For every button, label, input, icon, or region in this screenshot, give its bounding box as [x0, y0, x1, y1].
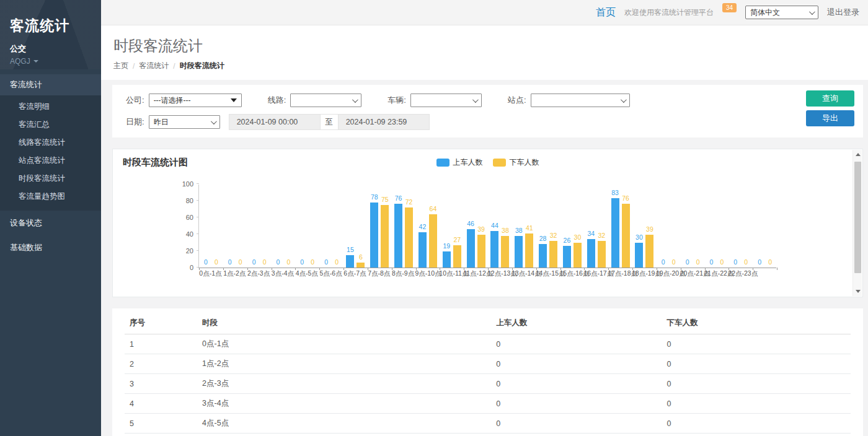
bar-下车人数[interactable]: [501, 236, 509, 268]
bar-value-label: 75: [376, 196, 394, 203]
bar-上车人数[interactable]: [515, 236, 523, 268]
bar-上车人数[interactable]: [635, 243, 643, 268]
bar-下车人数[interactable]: [429, 214, 437, 268]
table-cell: 6: [125, 434, 197, 436]
sidebar-item-station-stats[interactable]: 站点客流统计: [0, 152, 101, 170]
bar-上车人数[interactable]: [563, 246, 571, 268]
main-area: 首页 欢迎使用客流统计管理平台 34 简体中文 退出登录 时段客流统计 主页 /…: [101, 0, 868, 436]
bar-下车人数[interactable]: [525, 233, 533, 268]
x-axis-category-label: 14点-15点: [536, 269, 560, 278]
sidebar-item-passenger-summary[interactable]: 客流汇总: [0, 116, 101, 134]
scrollbar-up-button[interactable]: [853, 150, 862, 159]
line-select[interactable]: [290, 94, 361, 107]
bar-下车人数[interactable]: [477, 235, 485, 268]
station-select[interactable]: [531, 94, 630, 107]
x-axis-category-label: 3点-4点: [271, 269, 295, 278]
bar-上车人数[interactable]: [587, 239, 595, 268]
bar-上车人数[interactable]: [370, 203, 378, 268]
bar-下车人数[interactable]: [549, 241, 557, 268]
table-cell: 4: [125, 394, 197, 414]
chart-legend: 上车人数 下车人数: [436, 157, 539, 168]
vehicle-select[interactable]: [410, 94, 482, 107]
y-axis-tick-label: 80: [175, 197, 193, 204]
bar-value-label: 0: [761, 258, 779, 266]
y-axis-tick-label: 40: [175, 230, 193, 238]
table-cell: 0: [662, 434, 851, 436]
date-preset-value: 昨日: [154, 117, 169, 128]
sidebar-item-trend-chart[interactable]: 客流量趋势图: [0, 188, 101, 206]
bar-value-label: 15: [342, 246, 359, 253]
scrollbar-down-button[interactable]: [853, 287, 862, 296]
bar-上车人数[interactable]: [418, 232, 427, 268]
table-cell: 0: [491, 394, 662, 414]
date-end-input[interactable]: 2024-01-09 23:59: [338, 114, 430, 130]
x-axis-category-label: 13点-14点: [512, 269, 536, 278]
col-header-period: 时段: [197, 311, 491, 334]
language-select[interactable]: 简体中文: [745, 6, 818, 19]
bar-下车人数[interactable]: [453, 245, 461, 268]
query-button[interactable]: 查询: [806, 90, 854, 107]
x-axis-category-label: 4点-5点: [294, 269, 319, 278]
bar-下车人数[interactable]: [405, 207, 413, 268]
bar-上车人数[interactable]: [611, 198, 619, 268]
sidebar-item-passenger-stats[interactable]: 客流统计: [0, 74, 101, 95]
breadcrumb-separator: /: [173, 62, 175, 71]
date-label: 日期:: [126, 116, 144, 128]
bar-下车人数[interactable]: [356, 263, 365, 268]
table-cell: 0: [491, 334, 662, 354]
sidebar-item-period-stats[interactable]: 时段客流统计: [0, 170, 101, 188]
bar-下车人数[interactable]: [381, 205, 389, 268]
sidebar-item-passenger-detail[interactable]: 客流明细: [0, 98, 101, 116]
bar-value-label: 0: [208, 258, 225, 266]
content: 公司: ---请选择--- 线路: 车辆:: [101, 80, 868, 436]
legend-item-alighting[interactable]: 下车人数: [493, 157, 539, 168]
line-label: 线路:: [268, 95, 286, 106]
bar-上车人数[interactable]: [490, 231, 498, 268]
x-axis-category-label: 17点-18点: [608, 269, 632, 278]
company-value: ---请选择---: [154, 95, 191, 106]
table-cell: 0: [662, 414, 851, 434]
breadcrumb-home[interactable]: 主页: [113, 61, 128, 71]
export-button[interactable]: 导出: [806, 110, 854, 126]
bar-value-label: 0: [256, 258, 273, 266]
user-dropdown[interactable]: AQGJ: [10, 57, 101, 66]
table-cell: 2: [125, 354, 197, 374]
x-axis-category-label: 7点-8点: [367, 269, 391, 278]
bar-value-label: 6: [352, 253, 370, 261]
legend-item-boarding[interactable]: 上车人数: [436, 157, 483, 168]
date-start-input[interactable]: 2024-01-09 00:00: [229, 114, 321, 130]
x-axis-category-label: 8点-9点: [391, 269, 415, 278]
bar-下车人数[interactable]: [622, 204, 630, 268]
bar-上车人数[interactable]: [467, 229, 475, 268]
bar-上车人数[interactable]: [394, 204, 402, 268]
date-preset-select[interactable]: 昨日: [149, 115, 220, 129]
logout-link[interactable]: 退出登录: [827, 7, 859, 18]
x-axis-category-label: 9点-10点: [415, 269, 440, 278]
y-axis-tick-mark: [197, 233, 199, 234]
bar-下车人数[interactable]: [598, 241, 606, 268]
bar-value-label: 0: [713, 258, 730, 266]
filter-row-1: 公司: ---请选择--- 线路: 车辆:: [126, 94, 849, 107]
bar-上车人数[interactable]: [443, 251, 451, 268]
sidebar-item-line-stats[interactable]: 线路客流统计: [0, 134, 101, 152]
bar-value-label: 72: [401, 198, 418, 206]
scrollbar-thumb[interactable]: [854, 162, 861, 273]
sidebar-item-device-status[interactable]: 设备状态: [0, 211, 101, 235]
chart-scrollbar[interactable]: [852, 150, 862, 296]
bar-下车人数[interactable]: [645, 235, 653, 268]
triangle-up-icon: [856, 153, 861, 156]
x-axis-category-label: 21点-22点: [704, 269, 728, 278]
breadcrumb-section[interactable]: 客流统计: [139, 61, 169, 71]
home-link[interactable]: 首页: [596, 6, 616, 19]
user-name: AQGJ: [10, 57, 30, 66]
table-cell: 4点-5点: [197, 414, 491, 434]
company-select[interactable]: ---请选择---: [149, 94, 242, 107]
chevron-down-icon: [33, 60, 38, 63]
sidebar-item-base-data[interactable]: 基础数据: [0, 235, 101, 260]
table-cell: 0: [662, 354, 851, 374]
chart-title: 时段车流统计图: [123, 157, 188, 168]
bar-下车人数[interactable]: [574, 243, 582, 268]
bar-value-label: 32: [545, 232, 562, 239]
bar-value-label: 0: [665, 258, 683, 266]
bar-上车人数[interactable]: [539, 244, 547, 268]
